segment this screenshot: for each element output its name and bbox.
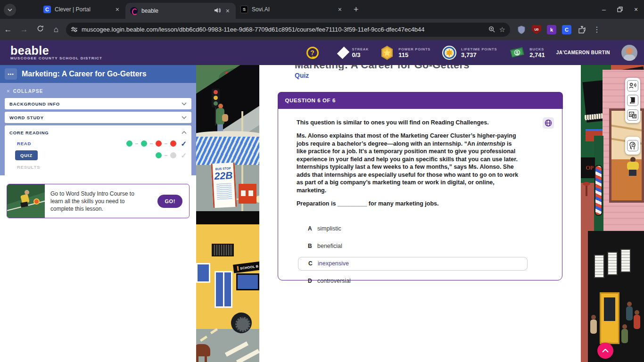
url-bar[interactable]: muscogee.login.beable.com/lesson/dbb6cd6… [66, 23, 510, 37]
bookmark-star-icon[interactable]: ☆ [499, 25, 505, 34]
choice-text: inexpensive [318, 260, 349, 267]
help-icon[interactable]: ? [306, 47, 319, 59]
core-reading-header[interactable]: CORE READING [9, 127, 187, 138]
bucks-cash-icon: $ [508, 46, 525, 59]
translate-globe-button[interactable] [543, 117, 554, 129]
tab-beable[interactable]: beable × [125, 3, 236, 19]
read-progress-dots [126, 140, 176, 147]
close-window-button[interactable]: × [628, 0, 644, 19]
read-row[interactable]: READ ✓ [9, 138, 187, 149]
read-link[interactable]: READ [17, 141, 31, 146]
quiz-check-icon: ✓ [176, 151, 187, 160]
stat-value: 2,741 [529, 51, 545, 58]
tab-close-icon[interactable]: × [224, 7, 231, 15]
streak-stat: STREAK 0/3 [339, 47, 369, 58]
audio-playing-icon[interactable] [214, 8, 221, 15]
accordion-background-info[interactable]: BACKGROUND INFO [5, 98, 191, 109]
lesson-sidebar: ••• Marketing: A Career for Go-Getters ×… [0, 65, 196, 362]
new-tab-button[interactable]: + [348, 5, 364, 15]
browser-window: C Clever | Portal × beable × S Sovi.AI ×… [0, 0, 644, 362]
clever-extension-icon[interactable]: C [562, 25, 571, 34]
quiz-row[interactable]: QUIZ ✓ [9, 149, 187, 161]
accessibility-tool-panel: G [625, 78, 640, 123]
shield-extension-icon[interactable] [517, 25, 526, 34]
results-row: RESULTS [9, 161, 187, 173]
word-study-promo-card: Go to Word Study Intro Course to learn a… [7, 184, 190, 218]
accordion-label: WORD STUDY [9, 115, 182, 120]
window-controls: – × [596, 0, 644, 19]
stat-value: 3,737 [461, 51, 497, 58]
comprehension-tool [625, 137, 640, 155]
read-aloud-button[interactable] [627, 80, 638, 91]
home-button[interactable]: ⌂ [48, 25, 64, 34]
translate-icon: G [629, 112, 636, 118]
beable-favicon [130, 7, 138, 15]
passage-italic-word: internship [477, 140, 505, 147]
think-aloud-button[interactable] [627, 140, 638, 151]
beable-brand[interactable]: beable MUSCOGEE COUNTY SCHOOL DISTRICT [10, 45, 102, 60]
globe-icon [545, 119, 552, 127]
browser-menu-icon[interactable]: ⋮ [593, 25, 601, 34]
quiz-main: Marketing: A Career for Go-Getters Quiz … [259, 65, 581, 362]
accordion-core-reading: CORE READING READ ✓ QUIZ ✓ RESULTS [5, 125, 191, 177]
sidebar-body: × COLLAPSE BACKGROUND INFO WORD STUDY CO… [0, 83, 196, 175]
minimize-button[interactable]: – [596, 0, 612, 19]
quiz-progress-dots [156, 152, 176, 158]
phone-booth [600, 292, 619, 344]
dictionary-button[interactable] [627, 95, 638, 106]
choice-a[interactable]: A simplistic [297, 220, 522, 238]
choice-letter: C [308, 260, 318, 267]
svg-text:$: $ [516, 50, 519, 55]
forward-button[interactable]: → [16, 25, 32, 34]
extensions-puzzle-icon[interactable] [577, 25, 586, 34]
url-text[interactable]: muscogee.login.beable.com/lesson/dbb6cd6… [82, 26, 485, 33]
collapse-button[interactable]: × COLLAPSE [7, 88, 191, 94]
shop-sign: OP [581, 157, 595, 178]
chevron-down-icon [8, 8, 12, 11]
tab-sovi-ai[interactable]: S Sovi.AI × [236, 0, 348, 19]
accordion-word-study[interactable]: WORD STUDY [5, 112, 191, 123]
accordion-label: BACKGROUND INFO [9, 101, 182, 107]
choice-letter: B [308, 243, 317, 249]
zoom-icon[interactable] [488, 26, 495, 33]
chevron-down-icon [182, 102, 187, 106]
stat-label: POWER POINTS [398, 47, 430, 51]
choice-b[interactable]: B beneficial [297, 238, 522, 255]
chevron-down-icon [182, 116, 187, 119]
power-points-medal-icon [380, 45, 394, 60]
ublock-extension-icon[interactable]: U0 [532, 25, 541, 34]
choice-c[interactable]: C inexpensive [298, 257, 528, 271]
user-avatar[interactable] [621, 45, 637, 61]
clever-favicon: C [43, 6, 51, 13]
tab-title: beable [141, 8, 210, 14]
tab-search-button[interactable] [4, 4, 16, 16]
bus-wheel [231, 313, 252, 333]
back-button[interactable]: ← [0, 25, 16, 34]
site-settings-icon[interactable] [71, 26, 78, 33]
kami-extension-icon[interactable]: k [547, 25, 556, 34]
quiz-section-label: Quiz [295, 72, 309, 79]
bucks-stat: $ BUCKS 2,741 [508, 46, 545, 59]
sidebar-titlebar: ••• Marketing: A Career for Go-Getters [0, 65, 196, 83]
streak-diamond-icon [337, 46, 349, 58]
reload-button[interactable] [32, 25, 48, 34]
district-name: MUSCOGEE COUNTY SCHOOL DISTRICT [10, 56, 102, 60]
browser-titlebar: C Clever | Portal × beable × S Sovi.AI ×… [0, 0, 644, 19]
scroll-to-top-button[interactable] [597, 343, 613, 359]
accordion-label: CORE READING [9, 130, 182, 135]
tab-close-icon[interactable]: × [114, 6, 121, 13]
promo-text: Go to Word Study Intro Course to learn a… [50, 190, 145, 213]
head-refresh-icon [629, 142, 636, 150]
choice-d[interactable]: D controversial [297, 272, 522, 290]
street-illustration-left: BUS STOP 22B SCHOOL B [196, 65, 259, 362]
quiz-button[interactable]: QUIZ [15, 150, 38, 160]
translate-button[interactable]: G [627, 109, 638, 121]
go-button[interactable]: GO! [157, 195, 182, 208]
tab-clever-portal[interactable]: C Clever | Portal × [39, 0, 125, 19]
restore-icon [617, 7, 623, 12]
restore-button[interactable] [612, 0, 628, 19]
lesson-title: Marketing: A Career for Go-Getters [295, 65, 530, 70]
tab-close-icon[interactable]: × [337, 6, 343, 13]
lesson-menu-icon[interactable]: ••• [5, 68, 17, 80]
read-aloud-icon [629, 82, 636, 89]
